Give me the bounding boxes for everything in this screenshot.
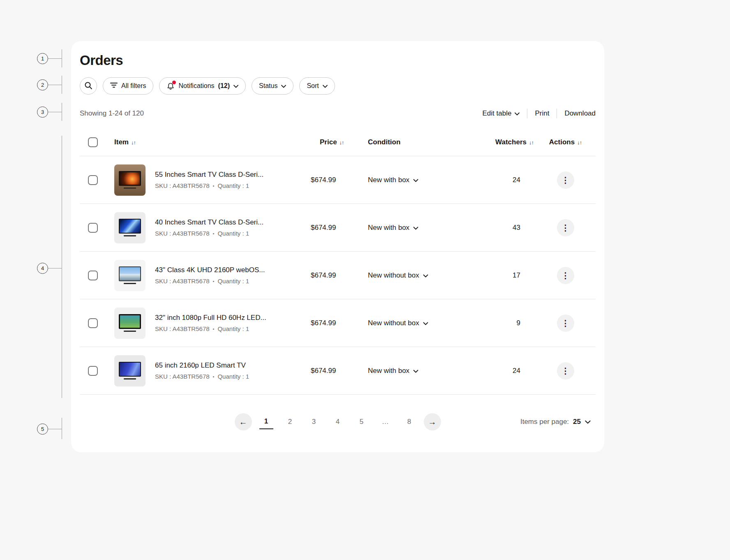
all-filters-label: All filters	[121, 82, 146, 90]
row-actions-button[interactable]: ⋮	[557, 315, 574, 332]
tv-screen-image	[119, 171, 141, 186]
chevron-down-icon	[585, 418, 591, 426]
tv-stand	[124, 378, 136, 380]
tv-stand	[124, 331, 136, 332]
previous-page-button[interactable]: ←	[235, 413, 252, 430]
item-sku: SKU : A43BTR5678	[155, 278, 210, 285]
page-button-2[interactable]: 2	[283, 414, 297, 429]
header-watchers[interactable]: Watchers↓↑	[469, 138, 535, 146]
row-checkbox[interactable]	[88, 271, 98, 280]
item-meta: SKU : A43BTR5678 • Quantity : 1	[155, 373, 249, 380]
chevron-down-icon	[413, 367, 418, 375]
bell-icon	[166, 82, 175, 90]
header-actions[interactable]: Actions↓↑	[535, 138, 596, 146]
annotation-marker-1: 1	[37, 53, 48, 64]
condition-dropdown[interactable]: New with box	[368, 224, 418, 232]
sort-arrows-icon: ↓↑	[131, 139, 136, 146]
condition-value: New with box	[368, 224, 409, 232]
row-checkbox[interactable]	[88, 366, 98, 376]
product-thumbnail	[114, 164, 146, 196]
item-quantity: Quantity : 1	[217, 230, 249, 237]
notifications-count: (12)	[218, 82, 230, 90]
watchers-count: 17	[469, 271, 535, 280]
chevron-down-icon	[413, 176, 418, 184]
filter-bar: All filters Notifications (12) Status	[80, 77, 596, 95]
next-page-button[interactable]: →	[424, 413, 441, 430]
meta-separator: •	[213, 183, 215, 188]
condition-dropdown[interactable]: New without box	[368, 319, 428, 327]
pager: ← 1 2 3 4 5 … 8 →	[235, 413, 441, 430]
status-button[interactable]: Status	[252, 77, 293, 95]
condition-dropdown[interactable]: New without box	[368, 271, 428, 280]
download-button[interactable]: Download	[564, 109, 596, 118]
item-sku: SKU : A43BTR5678	[155, 182, 210, 189]
search-button[interactable]	[80, 77, 97, 95]
chevron-down-icon	[413, 224, 418, 232]
toolbar-actions: Edit table Print Download	[483, 109, 596, 118]
select-all-checkbox[interactable]	[88, 137, 98, 147]
page-button-4[interactable]: 4	[331, 414, 345, 429]
price-value: $674.99	[311, 271, 368, 280]
edit-table-button[interactable]: Edit table	[483, 109, 520, 118]
page-button-8[interactable]: 8	[402, 414, 416, 429]
product-thumbnail	[114, 212, 146, 243]
header-item[interactable]: Item↓↑	[114, 138, 311, 146]
chevron-down-icon	[515, 109, 520, 118]
item-title: 40 Inches Smart TV Class D-Seri...	[155, 218, 263, 227]
header-price-label: Price	[320, 138, 337, 146]
showing-count: Showing 1-24 of 120	[80, 109, 144, 118]
print-button[interactable]: Print	[535, 109, 549, 118]
item-title: 32" inch 1080p Full HD 60Hz LED...	[155, 314, 266, 322]
items-per-page-select[interactable]	[585, 418, 591, 426]
row-checkbox[interactable]	[88, 318, 98, 328]
condition-dropdown[interactable]: New with box	[368, 367, 418, 375]
table-row: 65 inch 2160p LED Smart TV SKU : A43BTR5…	[80, 347, 596, 395]
kebab-icon: ⋮	[561, 224, 570, 232]
all-filters-button[interactable]: All filters	[103, 77, 153, 95]
price-value: $674.99	[311, 319, 368, 327]
sort-button[interactable]: Sort	[299, 77, 335, 95]
header-item-label: Item	[114, 138, 129, 146]
edit-table-label: Edit table	[483, 109, 512, 118]
annotation-line	[62, 49, 62, 67]
tv-screen-image	[119, 219, 141, 234]
items-per-page: Items per page: 25	[520, 418, 596, 426]
notifications-button[interactable]: Notifications (12)	[159, 77, 246, 95]
page-button-1[interactable]: 1	[259, 414, 273, 429]
arrow-left-icon: ←	[239, 417, 247, 427]
condition-value: New with box	[368, 367, 409, 375]
meta-separator: •	[213, 374, 215, 379]
annotation-marker-2: 2	[37, 79, 48, 90]
condition-dropdown[interactable]: New with box	[368, 176, 418, 184]
table-row: 55 Inches Smart TV Class D-Seri... SKU :…	[80, 156, 596, 204]
item-sku: SKU : A43BTR5678	[155, 373, 210, 380]
header-watchers-label: Watchers	[495, 138, 527, 146]
tv-stand	[124, 235, 136, 236]
kebab-icon: ⋮	[561, 367, 570, 375]
filter-icon	[110, 82, 118, 90]
sort-arrows-icon: ↓↑	[340, 139, 344, 146]
annotation-marker-4: 4	[37, 263, 48, 274]
sort-label: Sort	[307, 82, 319, 90]
annotation-marker-5: 5	[37, 423, 48, 435]
price-value: $674.99	[311, 224, 368, 232]
header-condition: Condition	[368, 138, 469, 146]
row-actions-button[interactable]: ⋮	[557, 362, 574, 380]
header-price[interactable]: Price↓↑	[311, 138, 368, 146]
item-meta: SKU : A43BTR5678 • Quantity : 1	[155, 325, 266, 332]
page-button-3[interactable]: 3	[307, 414, 321, 429]
row-checkbox[interactable]	[88, 223, 98, 233]
arrow-right-icon: →	[428, 417, 437, 427]
tv-stand	[124, 187, 136, 189]
item-meta: SKU : A43BTR5678 • Quantity : 1	[155, 278, 265, 285]
row-actions-button[interactable]: ⋮	[557, 219, 574, 236]
row-actions-button[interactable]: ⋮	[557, 171, 574, 189]
download-label: Download	[564, 109, 596, 118]
row-actions-button[interactable]: ⋮	[557, 267, 574, 284]
kebab-icon: ⋮	[561, 176, 570, 184]
status-label: Status	[259, 82, 277, 90]
item-meta: SKU : A43BTR5678 • Quantity : 1	[155, 230, 263, 237]
item-quantity: Quantity : 1	[217, 182, 249, 189]
page-button-5[interactable]: 5	[355, 414, 369, 429]
row-checkbox[interactable]	[88, 175, 98, 185]
